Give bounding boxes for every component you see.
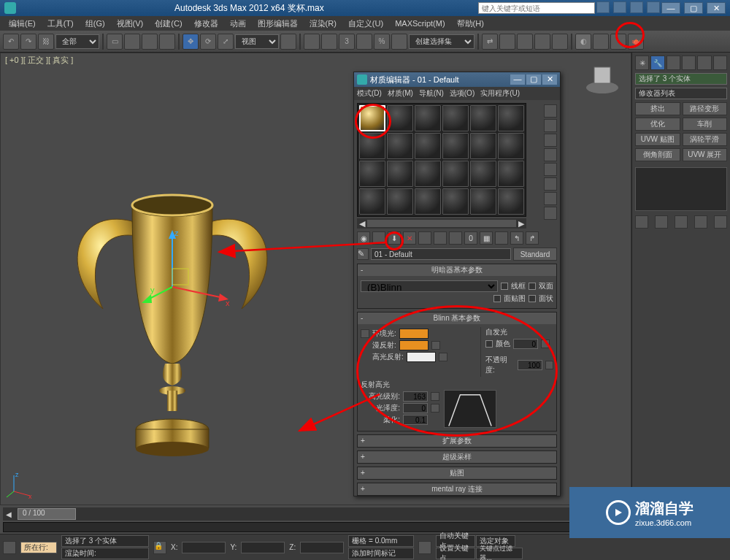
titlebar-icon[interactable]: [647, 1, 660, 13]
sample-slot[interactable]: [498, 133, 524, 159]
two-sided-checkbox[interactable]: [529, 283, 536, 290]
menu-help[interactable]: 帮助(H): [451, 18, 490, 29]
setkey-button[interactable]: 设置关键点: [436, 548, 475, 559]
select-button[interactable]: ▭: [107, 34, 123, 50]
mat-menu-material[interactable]: 材质(M): [388, 88, 413, 99]
modifier-list-select[interactable]: 修改器列表: [635, 88, 727, 99]
background-icon[interactable]: [544, 134, 557, 147]
close-button[interactable]: ✕: [707, 2, 726, 14]
go-parent-icon[interactable]: ↰: [510, 231, 523, 245]
tab-motion[interactable]: [682, 55, 696, 70]
soften-spinner[interactable]: [403, 415, 428, 425]
sample-slot[interactable]: [359, 133, 385, 159]
sample-slot[interactable]: [498, 188, 524, 215]
sample-slot[interactable]: [359, 161, 385, 187]
go-forward-icon[interactable]: ↱: [526, 231, 539, 245]
layers-button[interactable]: [517, 34, 533, 50]
put-to-library-icon[interactable]: [449, 231, 462, 245]
diffuse-color-swatch[interactable]: [399, 340, 429, 350]
sample-slot[interactable]: [470, 188, 496, 215]
selfillum-color-checkbox[interactable]: [485, 340, 493, 348]
sample-slot[interactable]: [498, 161, 524, 187]
time-config-icon[interactable]: [418, 541, 431, 554]
help-search-input[interactable]: [478, 2, 595, 14]
link-button[interactable]: ⛓: [38, 34, 54, 50]
select-name-button[interactable]: [124, 34, 140, 50]
material-editor-button[interactable]: ◐: [575, 34, 591, 50]
menu-render[interactable]: 渲染(R): [304, 18, 342, 29]
ambient-color-swatch[interactable]: [399, 329, 429, 339]
menu-edit[interactable]: 编辑(E): [3, 18, 42, 29]
prompt-row-field[interactable]: 所在行:: [20, 542, 57, 553]
mod-turbosmooth[interactable]: 涡轮平滑: [683, 133, 728, 146]
modifier-stack[interactable]: [635, 167, 727, 211]
sample-slot[interactable]: [470, 133, 496, 159]
tab-modify[interactable]: 🔧: [650, 55, 664, 70]
sample-slot[interactable]: [415, 105, 441, 131]
tab-create[interactable]: ✳: [635, 55, 649, 70]
configure-icon[interactable]: [714, 215, 727, 229]
mod-extrude[interactable]: 挤出: [635, 102, 680, 115]
redo-button[interactable]: ↷: [20, 34, 36, 50]
mod-pathdeform[interactable]: 路径变形: [683, 102, 728, 115]
coord-select[interactable]: 视图: [235, 34, 279, 49]
menu-tools[interactable]: 工具(T): [42, 18, 80, 29]
mod-uvwunwrap[interactable]: UVW 展开: [683, 148, 728, 161]
sample-slot[interactable]: [387, 188, 413, 215]
named-set-select[interactable]: 创建选择集: [409, 34, 474, 49]
schematic-button[interactable]: [552, 34, 568, 50]
maxscript-listener-icon[interactable]: [3, 541, 16, 554]
scroll-right-icon[interactable]: ▶: [516, 219, 526, 229]
reset-map-icon[interactable]: ✕: [403, 231, 416, 245]
time-slider-thumb[interactable]: 0 / 100: [18, 508, 76, 520]
dialog-maximize-button[interactable]: ▢: [526, 74, 541, 85]
select-region-button[interactable]: [142, 34, 158, 50]
sample-slot[interactable]: [387, 105, 413, 131]
sample-slot-1[interactable]: [359, 105, 385, 131]
rollout-supersample[interactable]: 超级采样: [442, 453, 472, 461]
tab-hierarchy[interactable]: [666, 55, 680, 70]
rollout-mentalray[interactable]: mental ray 连接: [431, 485, 482, 493]
sample-slot[interactable]: [415, 188, 441, 215]
get-material-icon[interactable]: ◉: [357, 231, 370, 245]
percent-snap-button[interactable]: %: [374, 34, 390, 50]
rollout-shader-params[interactable]: 明暗器基本参数: [431, 266, 483, 274]
x-coord-field[interactable]: [182, 542, 226, 553]
scale-button[interactable]: ⤢: [218, 34, 234, 50]
rollout-blinn-params[interactable]: Blinn 基本参数: [433, 314, 480, 322]
rollout-extended[interactable]: 扩展参数: [442, 437, 472, 445]
sample-slot[interactable]: [387, 133, 413, 159]
show-end-icon[interactable]: [655, 215, 668, 229]
spinner-snap-button[interactable]: [391, 34, 407, 50]
lock-selection-icon[interactable]: 🔒: [153, 541, 166, 554]
menu-group[interactable]: 组(G): [80, 18, 111, 29]
remove-mod-icon[interactable]: [694, 215, 707, 229]
render-button[interactable]: 🫖: [628, 34, 644, 50]
sample-slot[interactable]: [442, 133, 469, 159]
filter-select[interactable]: 全部: [55, 34, 99, 49]
menu-customize[interactable]: 自定义(U): [342, 18, 389, 29]
ambient-lock-icon[interactable]: [361, 329, 369, 338]
mat-menu-mode[interactable]: 模式(D): [357, 88, 382, 99]
render-frame-button[interactable]: [610, 34, 626, 50]
viewport-label[interactable]: [ +0 ][ 正交 ][ 真实 ]: [5, 55, 73, 66]
viewcube[interactable]: [584, 58, 620, 95]
curve-editor-button[interactable]: [534, 34, 550, 50]
rollout-maps[interactable]: 贴图: [450, 469, 464, 477]
selfillum-map-icon[interactable]: [541, 340, 550, 348]
make-copy-icon[interactable]: [418, 231, 431, 245]
select-by-mat-icon[interactable]: [544, 207, 557, 220]
rotate-button[interactable]: ⟳: [200, 34, 216, 50]
titlebar-icon[interactable]: [613, 1, 626, 13]
gloss-map-icon[interactable]: [431, 404, 439, 413]
preview-icon[interactable]: [544, 177, 557, 191]
sample-slot[interactable]: [498, 105, 524, 131]
unique-icon[interactable]: [675, 215, 688, 229]
tab-display[interactable]: [697, 55, 711, 70]
z-coord-field[interactable]: [300, 542, 344, 553]
sample-slot[interactable]: [470, 105, 496, 131]
mod-uvwmap[interactable]: UVW 贴图: [635, 133, 680, 146]
manipulate-button[interactable]: [304, 34, 320, 50]
menu-animation[interactable]: 动画: [224, 18, 252, 29]
window-crossing-button[interactable]: [159, 34, 175, 50]
